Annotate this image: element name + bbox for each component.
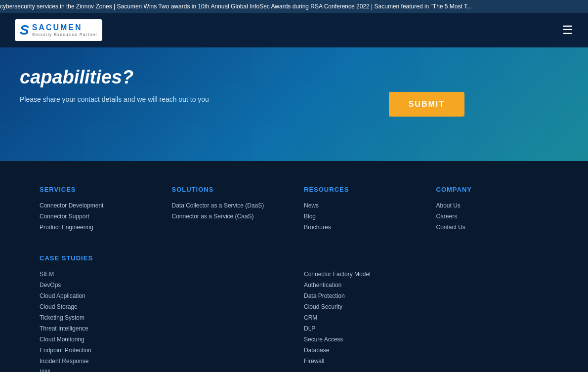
company-title: COMPANY bbox=[436, 186, 549, 193]
logo-box: S SACUMEN Security Execution Partner bbox=[15, 19, 102, 41]
solutions-section: SOLUTIONS Data Collector as a Service (D… bbox=[172, 186, 285, 235]
solutions-link-0[interactable]: Data Collector as a Service (DaaS) bbox=[172, 202, 285, 209]
resources-link-1[interactable]: Blog bbox=[304, 213, 417, 220]
case-studies-title: CASE STUDIES bbox=[40, 254, 548, 262]
services-link-2[interactable]: Product Engineering bbox=[40, 224, 152, 231]
services-title: SERVICES bbox=[40, 186, 152, 193]
case-studies-section: CASE STUDIES SIEM DevOps Cloud Applicati… bbox=[40, 254, 548, 372]
resources-section: RESOURCES News Blog Brochures bbox=[304, 186, 417, 235]
resources-title: RESOURCES bbox=[304, 186, 417, 193]
services-section: SERVICES Connector Development Connector… bbox=[40, 186, 152, 235]
cs-link-dp[interactable]: Data Protection bbox=[304, 292, 548, 299]
cs-link-ticketing[interactable]: Ticketing System bbox=[40, 314, 284, 321]
logo-area: S SACUMEN Security Execution Partner bbox=[15, 19, 102, 41]
footer-top-grid: SERVICES Connector Development Connector… bbox=[40, 186, 548, 235]
cs-link-dlp[interactable]: DLP bbox=[304, 325, 548, 332]
cs-link-cloud-app[interactable]: Cloud Application bbox=[40, 292, 284, 299]
cs-link-cloud-sec[interactable]: Cloud Security bbox=[304, 303, 548, 310]
company-link-1[interactable]: Careers bbox=[436, 213, 549, 220]
cs-link-crm[interactable]: CRM bbox=[304, 314, 548, 321]
case-studies-col1: SIEM DevOps Cloud Application Cloud Stor… bbox=[40, 271, 284, 372]
services-link-0[interactable]: Connector Development bbox=[40, 202, 152, 209]
case-studies-grid: SIEM DevOps Cloud Application Cloud Stor… bbox=[40, 271, 548, 372]
logo-subtitle: Security Execution Partner bbox=[32, 32, 98, 37]
logo-letter: S bbox=[20, 22, 29, 38]
hero-subtitle: Please share your contact details and we… bbox=[20, 95, 292, 103]
site-footer: SERVICES Connector Development Connector… bbox=[0, 161, 588, 372]
hero-title: capabilities? bbox=[20, 67, 292, 88]
cs-link-threat[interactable]: Threat Intelligence bbox=[40, 325, 284, 332]
company-link-2[interactable]: Contact Us bbox=[436, 224, 549, 231]
cs-link-incident[interactable]: Incident Response bbox=[40, 358, 284, 365]
logo-text: SACUMEN Security Execution Partner bbox=[32, 23, 98, 37]
solutions-title: SOLUTIONS bbox=[172, 186, 285, 193]
cs-link-firewall[interactable]: Firewall bbox=[304, 358, 548, 365]
cs-link-cloud-monitoring[interactable]: Cloud Monitoring bbox=[40, 336, 284, 343]
resources-link-2[interactable]: Brochures bbox=[304, 224, 417, 231]
ticker-bar: cybersecurity services in the Zinnov Zon… bbox=[0, 0, 588, 13]
resources-link-0[interactable]: News bbox=[304, 202, 417, 209]
submit-button[interactable]: SUBMIT bbox=[389, 92, 464, 117]
cs-link-iam[interactable]: IAM bbox=[40, 369, 284, 372]
company-section: COMPANY About Us Careers Contact Us bbox=[436, 186, 549, 235]
case-studies-col2: Connector Factory Model Authentication D… bbox=[304, 271, 548, 372]
cs-link-cloud-storage[interactable]: Cloud Storage bbox=[40, 303, 284, 310]
company-link-0[interactable]: About Us bbox=[436, 202, 549, 209]
cs-link-auth[interactable]: Authentication bbox=[304, 282, 548, 289]
hero-content: capabilities? Please share your contact … bbox=[20, 67, 292, 103]
cs-link-endpoint[interactable]: Endpoint Protection bbox=[40, 347, 284, 354]
footer-bottom-grid: CASE STUDIES SIEM DevOps Cloud Applicati… bbox=[40, 254, 548, 372]
cs-link-siem[interactable]: SIEM bbox=[40, 271, 284, 278]
ticker-text: cybersecurity services in the Zinnov Zon… bbox=[0, 3, 472, 10]
cs-link-database[interactable]: Database bbox=[304, 347, 548, 354]
services-link-1[interactable]: Connector Support bbox=[40, 213, 152, 220]
site-header: S SACUMEN Security Execution Partner ☰ bbox=[0, 13, 588, 47]
solutions-link-1[interactable]: Connector as a Service (CaaS) bbox=[172, 213, 285, 220]
cs-link-cfm[interactable]: Connector Factory Model bbox=[304, 271, 548, 278]
cs-link-secure-access[interactable]: Secure Access bbox=[304, 336, 548, 343]
cs-link-devops[interactable]: DevOps bbox=[40, 282, 284, 289]
logo-name: SACUMEN bbox=[32, 23, 98, 32]
hero-section: capabilities? Please share your contact … bbox=[0, 47, 588, 161]
hamburger-icon[interactable]: ☰ bbox=[562, 23, 573, 37]
